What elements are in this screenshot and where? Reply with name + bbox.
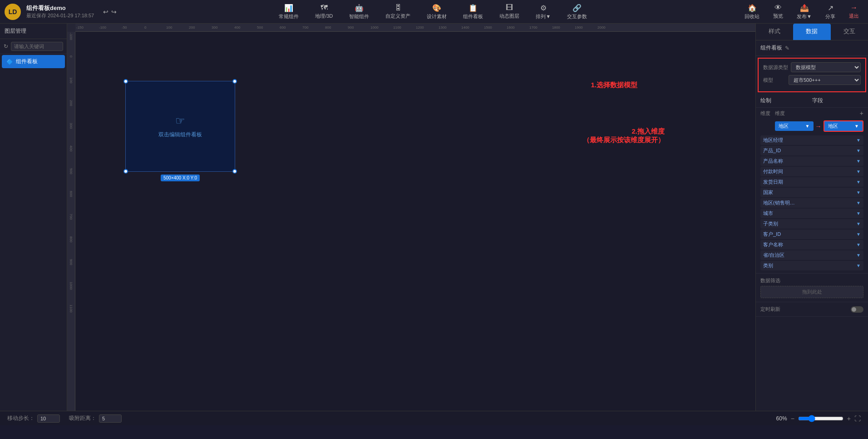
zoom-slider[interactable] [798,415,843,422]
model-label: 模型 [763,77,786,84]
field-item-7[interactable]: 城市 ▼ [760,209,863,218]
field-arrow-8[interactable]: ▼ [856,221,861,226]
app-logo: LD [5,4,21,20]
add-icon[interactable]: + [860,110,863,117]
field-arrow-10[interactable]: ▼ [856,242,861,247]
nav-kanban[interactable]: 📋 组件看板 [457,2,489,22]
nav-normal[interactable]: 📊 常规组件 [272,2,305,22]
field-arrow-3[interactable]: ▼ [856,169,861,174]
field-arrow-4[interactable]: ▼ [856,180,861,185]
field-item-3[interactable]: 付款时间 ▼ [760,167,863,176]
field-item-11[interactable]: 省/自治区 ▼ [760,250,863,260]
annotation-step2: 2.拖入维度 （最终展示按该维度展开） [583,127,665,145]
exit-button[interactable]: → 退出 [844,2,863,21]
field-name-5: 国家 [763,189,773,196]
field-item-9[interactable]: 客户_ID ▼ [760,229,863,239]
dimension-value-drop[interactable]: 地区 ▼ [775,121,814,131]
field-name-6: 地区(销售明… [763,200,795,206]
canvas-area[interactable]: -150 -100 -50 0 100 200 300 400 500 600 … [67,24,755,411]
snap-label: 吸附距离： [69,414,96,422]
field-item-6[interactable]: 地区(销售明… ▼ [760,198,863,208]
design-icon: 🎨 [432,4,441,12]
nav-ai[interactable]: 🤖 智能组件 [343,2,375,22]
field-arrow-12[interactable]: ▼ [856,263,861,268]
field-item-4[interactable]: 发货日期 ▼ [760,177,863,187]
field-item-0[interactable]: 地区经理 ▼ [760,135,863,145]
last-save: 最近保存 2024-01-29 17:18:57 [26,12,94,19]
component-kanban-box[interactable]: ☞ 双击编辑组件看板 500×400 X:0 Y:0 [125,81,235,172]
search-box: ↻ [0,39,67,54]
right-tabs: 样式 数据 交互 [756,24,868,40]
refresh-row: 定时刷新 [756,302,868,317]
main-layout: 图层管理 ↻ 🔷 组件看板 -150 -100 -50 0 100 200 30… [0,24,868,411]
field-arrow-0[interactable]: ▼ [856,138,861,143]
field-arrow-1[interactable]: ▼ [856,148,861,153]
snap-input[interactable] [99,414,122,423]
handle-tr[interactable] [232,79,237,84]
move-step-label: 移动步长： [7,414,35,422]
edit-icon[interactable]: ✎ [785,45,789,51]
home-icon: 🏠 [748,4,757,12]
field-arrow-9[interactable]: ▼ [856,232,861,237]
field-item-12[interactable]: 类别 ▼ [760,261,863,270]
dimension-right-drop[interactable]: 地区 ▼ [824,120,864,132]
field-arrow-2[interactable]: ▼ [856,159,861,164]
filter-section: 数据筛选 拖到此处 [756,273,868,302]
dimension-label: 维度 [760,110,773,117]
undo-button[interactable]: ↩ [103,8,108,15]
nav-interact[interactable]: 🔗 交互参数 [561,2,593,22]
refresh-toggle[interactable] [851,306,863,313]
filter-label: 数据筛选 [760,277,863,284]
nav-design[interactable]: 🎨 设计素材 [420,2,453,22]
zoom-plus-button[interactable]: + [847,415,851,422]
zoom-minus-button[interactable]: − [791,415,794,422]
nav-custom[interactable]: 🎛 自定义资产 [379,2,417,21]
field-name-4: 发货日期 [763,179,783,185]
home-label: 回收站 [745,13,760,20]
move-step-input[interactable] [37,414,60,423]
nav-sort[interactable]: ⚙ 排列▼ [529,2,557,22]
handle-tl[interactable] [123,79,128,84]
nav-geo[interactable]: 🗺 地理/3D [309,2,339,21]
field-item-8[interactable]: 子类别 ▼ [760,219,863,229]
anim-icon: 🎞 [506,4,513,12]
exit-label: 退出 [849,13,859,20]
handle-bl[interactable] [123,169,128,174]
dimension-arrow-right[interactable]: → [815,123,822,130]
share-button[interactable]: ↗ 分享 [821,2,840,22]
field-item-2[interactable]: 产品名称 ▼ [760,156,863,166]
refresh-icon[interactable]: ↻ [4,43,8,50]
data-source-row: 数据源类型 数据模型 [763,62,861,72]
search-input[interactable] [11,42,63,51]
layer-item-kanban[interactable]: 🔷 组件看板 [2,55,65,68]
refresh-label: 定时刷新 [760,306,851,313]
tab-data[interactable]: 数据 [793,24,830,40]
handle-br[interactable] [232,169,237,174]
fullscreen-button[interactable]: ⛶ [854,415,861,422]
data-source-select[interactable]: 数据模型 [791,62,861,72]
kanban-icon: 📋 [469,4,478,12]
component-name-text: 组件看板 [760,44,782,52]
ruler-top: -150 -100 -50 0 100 200 300 400 500 600 … [75,24,755,32]
filter-placeholder[interactable]: 拖到此处 [760,286,863,298]
nav-sort-label: 排列▼ [536,13,551,20]
preview-button[interactable]: 👁 预览 [769,2,788,21]
nav-anim[interactable]: 🎞 动态图层 [493,2,526,21]
dimension-value-text: 地区 [779,123,789,130]
home-button[interactable]: 🏠 回收站 [740,2,764,22]
field-arrow-5[interactable]: ▼ [856,190,861,195]
field-arrow-11[interactable]: ▼ [856,253,861,258]
tab-style[interactable]: 样式 [756,24,793,40]
publish-button[interactable]: 📤 发布▼ [792,2,816,22]
nav-design-label: 设计素材 [427,13,447,20]
field-item-10[interactable]: 客户名称 ▼ [760,240,863,249]
field-item-5[interactable]: 国家 ▼ [760,188,863,197]
field-arrow-6[interactable]: ▼ [856,200,861,205]
field-name-2: 产品名称 [763,158,783,165]
field-arrow-7[interactable]: ▼ [856,211,861,216]
canvas-content[interactable]: ☞ 双击编辑组件看板 500×400 X:0 Y:0 1.选择数据模型 2.拖入… [75,32,755,411]
tab-interact[interactable]: 交互 [831,24,868,40]
model-select[interactable]: 超市500+++ [789,75,861,85]
redo-button[interactable]: ↪ [111,8,117,15]
field-item-1[interactable]: 产品_ID ▼ [760,146,863,155]
